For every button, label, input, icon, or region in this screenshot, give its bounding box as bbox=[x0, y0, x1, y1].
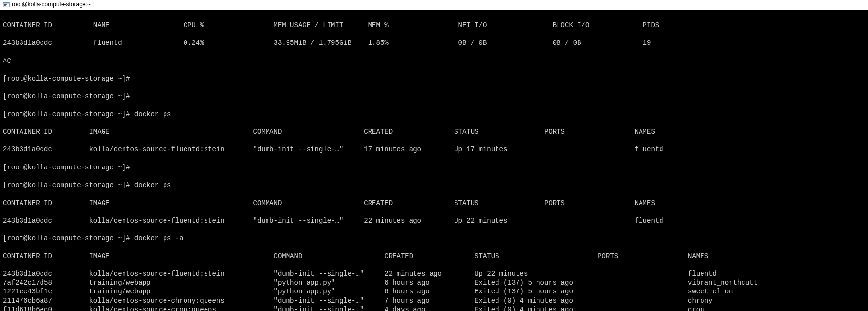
prompt-line: [root@kolla-compute-storage ~]# bbox=[3, 74, 865, 83]
prompt-line: [root@kolla-compute-storage ~]# bbox=[3, 92, 865, 101]
prompt-line: [root@kolla-compute-storage ~]# docker p… bbox=[3, 234, 865, 243]
table-row: 211476cb6a87 kolla/centos-source-chrony:… bbox=[3, 296, 865, 305]
prompt-line: [root@kolla-compute-storage ~]# docker p… bbox=[3, 110, 865, 119]
table-row: 7af242c17d58 training/webapp "python app… bbox=[3, 278, 865, 287]
table-row: 1221ec43bf1e training/webapp "python app… bbox=[3, 287, 865, 296]
command: docker ps bbox=[134, 110, 171, 118]
table-row: 243b3d1a0cdc kolla/centos-source-fluentd… bbox=[3, 270, 865, 278]
svg-rect-3 bbox=[4, 5, 6, 6]
table-row: 243b3d1a0cdc kolla/centos-source-fluentd… bbox=[3, 145, 865, 154]
ps-header: CONTAINER ID IMAGE COMMAND CREATED STATU… bbox=[3, 252, 865, 261]
svg-rect-1 bbox=[3, 2, 9, 4]
stats-row: 243b3d1a0cdc fluentd 0.24% 33.95MiB / 1.… bbox=[3, 39, 865, 47]
prompt-line: [root@kolla-compute-storage ~]# docker p… bbox=[3, 181, 865, 189]
table-row: 243b3d1a0cdc kolla/centos-source-fluentd… bbox=[3, 216, 865, 225]
svg-rect-2 bbox=[4, 4, 7, 5]
prompt-line: [root@kolla-compute-storage ~]# bbox=[3, 163, 865, 172]
interrupt: ^C bbox=[3, 57, 865, 65]
window-title: root@kolla-compute-storage:~ bbox=[12, 1, 91, 9]
terminal-output[interactable]: CONTAINER ID NAME CPU % MEM USAGE / LIMI… bbox=[0, 10, 868, 311]
command: docker ps bbox=[134, 181, 171, 189]
command: docker ps -a bbox=[134, 234, 184, 242]
ps-header: CONTAINER ID IMAGE COMMAND CREATED STATU… bbox=[3, 199, 865, 207]
terminal-icon bbox=[3, 1, 10, 8]
ps-header: CONTAINER ID IMAGE COMMAND CREATED STATU… bbox=[3, 127, 865, 136]
stats-header: CONTAINER ID NAME CPU % MEM USAGE / LIMI… bbox=[3, 21, 865, 30]
window-titlebar: root@kolla-compute-storage:~ bbox=[0, 0, 868, 10]
table-row: f11d618b6ec0 kolla/centos-source-cron:qu… bbox=[3, 305, 865, 311]
